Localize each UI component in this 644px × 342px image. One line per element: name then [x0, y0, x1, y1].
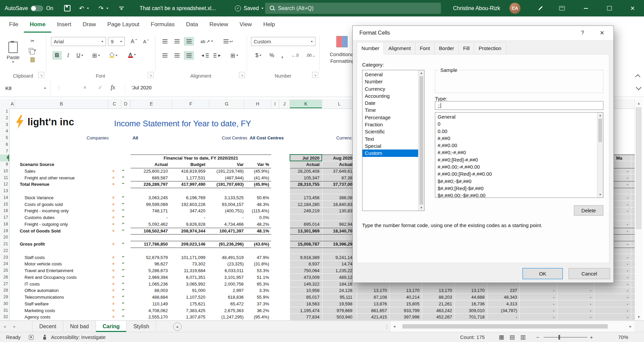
inking-button[interactable]	[533, 0, 548, 16]
align-top-button[interactable]	[160, 37, 170, 46]
row-header-6[interactable]: 6	[0, 141, 8, 148]
align-middle-button[interactable]	[172, 37, 182, 46]
ribbon-tab-help[interactable]: Help	[257, 16, 281, 33]
saved-dropdown-icon[interactable]	[261, 8, 263, 9]
cell[interactable]: 386,08	[299, 195, 352, 201]
column-header-C[interactable]: C	[108, 100, 121, 108]
type-option[interactable]: 0.00	[435, 128, 603, 135]
scroll-left-icon[interactable]: ◄	[390, 321, 398, 332]
row-label[interactable]: Customs duties	[24, 214, 55, 221]
expand-formula-bar-icon[interactable]	[636, 85, 642, 90]
cell[interactable]: -	[575, 294, 628, 301]
ribbon-tab-home[interactable]: Home	[24, 16, 51, 33]
row-header-26[interactable]: 26	[0, 274, 8, 281]
cell[interactable]: 48.1%	[215, 228, 269, 234]
cell[interactable]: 37.3%	[215, 301, 269, 307]
cell[interactable]: Actual	[299, 161, 352, 168]
cell[interactable]: 14,74	[299, 261, 352, 267]
insert-function-button[interactable]: fx	[111, 84, 115, 91]
row-header-20[interactable]: 20	[0, 234, 8, 241]
type-option[interactable]: #,##0.00;-#,##0.00	[435, 163, 603, 170]
decrease-decimal-button[interactable]: .00→	[303, 51, 318, 60]
row-header-32[interactable]: 32	[0, 314, 8, 321]
row-header-12[interactable]: 12	[0, 181, 8, 188]
category-option-percentage[interactable]: Percentage	[362, 114, 424, 121]
increase-decimal-button[interactable]: ←.0	[288, 51, 302, 60]
accounting-format-button[interactable]: $	[252, 51, 264, 60]
row-label[interactable]: Costs of goods sold	[24, 201, 63, 208]
page-break-view-icon[interactable]: ▥	[520, 334, 526, 341]
cell[interactable]: (45.9%)	[215, 181, 269, 188]
maximize-button[interactable]	[598, 0, 621, 16]
row-header-8[interactable]: 8	[0, 155, 9, 162]
delete-button[interactable]: Delete	[574, 205, 603, 216]
cell[interactable]: 55.9%	[215, 294, 269, 301]
minimize-button[interactable]	[574, 0, 598, 16]
quick-access-customize-button[interactable]	[114, 0, 129, 16]
ribbon-display-options-button[interactable]	[554, 0, 569, 16]
number-format-dropdown-icon[interactable]	[311, 41, 313, 42]
font-name-dropdown-icon[interactable]	[101, 41, 103, 42]
cell[interactable]: 87,38	[299, 175, 352, 181]
alignment-dialog-launcher[interactable]: ↘	[239, 72, 245, 78]
type-option[interactable]: General	[435, 113, 603, 120]
close-button[interactable]: ×	[621, 0, 644, 16]
cell[interactable]: 65.3%	[215, 281, 269, 288]
scroll-up-icon[interactable]: ▲	[420, 70, 423, 76]
type-option[interactable]: $#,##0.00;-$#,##0.00	[435, 192, 603, 198]
confirm-entry-icon[interactable]: ✓	[98, 84, 102, 91]
type-option[interactable]: #,##0.00;[Red]-#,##0.00	[435, 170, 603, 177]
row-header-5[interactable]: 5	[0, 135, 8, 142]
row-label[interactable]: Scenario Source	[20, 161, 54, 168]
type-option[interactable]: $#,##0;[Red]-$#,##0	[435, 185, 603, 192]
ok-button[interactable]: OK	[523, 268, 563, 279]
user-name[interactable]: Christine Abou-Rizk	[453, 0, 500, 16]
cell[interactable]: -	[575, 287, 628, 294]
row-label[interactable]: Agency costs	[24, 314, 50, 320]
ribbon-tab-file[interactable]: File	[3, 16, 24, 33]
row-header-3[interactable]: 3	[0, 122, 8, 129]
category-option-custom[interactable]: Custom	[362, 149, 424, 157]
category-scrollbar[interactable]: ▲ ▼	[418, 70, 424, 211]
ribbon-tab-insert[interactable]: Insert	[51, 16, 77, 33]
italic-button[interactable]: I	[64, 51, 72, 60]
cell[interactable]: 489,12	[299, 274, 352, 281]
align-right-button[interactable]	[184, 51, 194, 60]
font-size-combo[interactable]: 9	[108, 37, 125, 46]
ribbon-tab-page-layout[interactable]: Page Layout	[102, 16, 145, 33]
type-option[interactable]: #,##0	[435, 135, 603, 142]
scroll-up-icon[interactable]: ▲	[635, 99, 643, 107]
scroll-down-icon[interactable]: ▼	[635, 313, 643, 320]
scroll-down-icon[interactable]: ▼	[599, 192, 602, 198]
category-option-fraction[interactable]: Fraction	[362, 121, 424, 128]
fill-color-dropdown-icon[interactable]	[115, 55, 117, 56]
cell[interactable]: 37,737,00	[299, 181, 352, 188]
decrease-indent-button[interactable]: ◄	[199, 51, 210, 60]
category-option-date[interactable]: Date	[362, 99, 424, 106]
cost-centres-value[interactable]: All Cost Centres	[250, 135, 284, 141]
row-header-11[interactable]: 11	[0, 175, 8, 182]
cell[interactable]: 19,396,29	[299, 241, 352, 248]
count-indicator[interactable]: Count: 175	[460, 332, 485, 342]
undo-button[interactable]: ↶	[77, 0, 91, 16]
column-header-L[interactable]: L	[322, 100, 357, 108]
row-header-22[interactable]: 22	[0, 248, 8, 255]
saved-status[interactable]: ✓ Saved	[235, 0, 263, 16]
row-header-19[interactable]: 19	[0, 228, 8, 235]
sheet-nav-right-icon[interactable]: ►	[13, 321, 16, 332]
sheet-nav-left-icon[interactable]: ◄	[3, 321, 6, 332]
row-label[interactable]: Motor vehicle costs	[24, 261, 62, 267]
wrap-text-button[interactable]: ↩	[219, 37, 238, 46]
font-dialog-launcher[interactable]: ↘	[148, 72, 154, 78]
type-input[interactable]: ;;	[435, 101, 603, 110]
cell[interactable]: 1,235,22	[299, 267, 352, 274]
row-header-28[interactable]: 28	[0, 287, 8, 294]
row-label[interactable]: Staff welfare	[24, 301, 49, 307]
dialog-tab-font[interactable]: Font	[415, 42, 435, 54]
font-color-button[interactable]: A	[125, 50, 139, 59]
row-label[interactable]: Freight - incoming only	[24, 208, 69, 214]
cell[interactable]: 48.2%	[215, 221, 269, 228]
cut-button[interactable]: ✂	[25, 37, 40, 45]
row-label[interactable]: IT costs	[24, 281, 40, 288]
category-option-special[interactable]: Special	[362, 142, 424, 149]
